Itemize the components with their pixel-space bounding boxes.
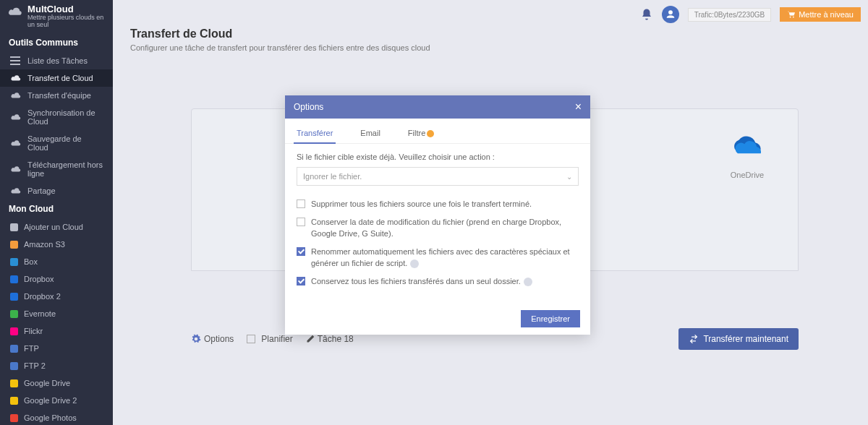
cloud-item[interactable]: Google Photos bbox=[0, 409, 113, 425]
cloud-service-icon bbox=[10, 327, 18, 335]
nav-tasks[interactable]: Liste des Tâches bbox=[0, 52, 113, 69]
cloud-label: Google Drive bbox=[24, 379, 70, 387]
option-single-folder[interactable]: Conservez tous les fichiers transférés d… bbox=[297, 276, 579, 287]
onedrive-icon bbox=[726, 131, 769, 160]
cloud-icon bbox=[10, 139, 22, 147]
cloud-icon bbox=[10, 186, 22, 195]
cloud-label: Flickr bbox=[24, 327, 43, 335]
list-icon bbox=[10, 56, 22, 65]
schedule-link[interactable]: Planifier bbox=[247, 334, 292, 344]
modal-body: Si le fichier cible existe déjà. Veuille… bbox=[285, 144, 590, 303]
cloud-label: Ajouter un Cloud bbox=[24, 223, 83, 231]
cloud-item[interactable]: FTP bbox=[0, 340, 113, 357]
nav-team-transfer[interactable]: Transfert d'équipe bbox=[0, 87, 113, 104]
cloud-label: Box bbox=[24, 257, 38, 266]
cloud-item[interactable]: Dropbox bbox=[0, 270, 113, 288]
option-label: Supprimer tous les fichiers source une f… bbox=[311, 199, 532, 210]
tab-email[interactable]: Email bbox=[357, 123, 383, 143]
option-rename-special[interactable]: Renommer automatiquement les fichiers av… bbox=[297, 246, 579, 269]
task-name-edit[interactable]: Tâche 18 bbox=[306, 334, 354, 344]
cloud-service-icon bbox=[10, 223, 18, 231]
cloud-item[interactable]: Evernote bbox=[0, 305, 113, 322]
option-label: Conserver la date de modification du fic… bbox=[311, 217, 579, 239]
cloud-item[interactable]: Ajouter un Cloud bbox=[0, 218, 113, 236]
bell-icon[interactable] bbox=[640, 8, 653, 21]
checkbox-icon bbox=[297, 199, 305, 208]
cloud-service-icon bbox=[10, 362, 18, 370]
cloud-item[interactable]: Amazon S3 bbox=[0, 236, 113, 253]
nav-cloud-backup[interactable]: Sauvegarde de Cloud bbox=[0, 130, 113, 156]
cloud-icon bbox=[10, 91, 22, 100]
cloud-label: Evernote bbox=[24, 309, 56, 318]
user-icon bbox=[665, 9, 676, 20]
svg-point-3 bbox=[790, 17, 791, 18]
cloud-service-icon bbox=[10, 241, 18, 249]
cloud-item[interactable]: Dropbox 2 bbox=[0, 288, 113, 305]
logo: MultCloud Mettre plusieurs clouds en un … bbox=[0, 0, 113, 33]
checkbox-icon bbox=[297, 247, 305, 256]
brand-name: MultCloud bbox=[27, 4, 106, 14]
option-keep-date[interactable]: Conserver la date de modification du fic… bbox=[297, 217, 579, 239]
avatar[interactable] bbox=[662, 6, 679, 23]
tab-transfer[interactable]: Transférer bbox=[294, 123, 336, 143]
tab-label: Email bbox=[360, 129, 380, 137]
cloud-item[interactable]: Google Drive bbox=[0, 374, 113, 392]
close-icon[interactable]: × bbox=[575, 101, 582, 113]
cloud-item[interactable]: Google Drive 2 bbox=[0, 392, 113, 409]
nav-offline-download[interactable]: Téléchargement hors ligne bbox=[0, 156, 113, 182]
modal-tabs: Transférer Email Filtre bbox=[285, 123, 590, 144]
checkbox-icon bbox=[247, 335, 255, 343]
cloud-label: Google Photos bbox=[24, 413, 77, 422]
gear-icon bbox=[191, 334, 201, 344]
modal-title: Options bbox=[294, 102, 323, 112]
tab-label: Filtre bbox=[408, 129, 425, 137]
destination-box[interactable]: OneDrive bbox=[726, 131, 769, 179]
filter-badge-icon bbox=[427, 130, 434, 137]
section-mycloud-header: Mon Cloud bbox=[0, 199, 113, 218]
svg-rect-1 bbox=[10, 60, 20, 61]
save-button[interactable]: Enregistrer bbox=[521, 310, 580, 327]
page-title: Transfert de Cloud bbox=[130, 27, 430, 40]
svg-rect-0 bbox=[10, 56, 20, 58]
pencil-icon bbox=[306, 335, 315, 343]
action-select[interactable]: Ignorer le fichier. ⌄ bbox=[297, 167, 579, 186]
cloud-item[interactable]: Box bbox=[0, 253, 113, 270]
nav-share[interactable]: Partage bbox=[0, 182, 113, 199]
page-subtitle: Configurer une tâche de transfert pour t… bbox=[130, 43, 430, 52]
cloud-service-icon bbox=[10, 379, 18, 387]
select-value: Ignorer le fichier. bbox=[303, 172, 362, 181]
upgrade-button[interactable]: Mettre à niveau bbox=[780, 7, 861, 22]
brand-tagline: Mettre plusieurs clouds en un seul bbox=[27, 14, 106, 29]
cloud-service-icon bbox=[10, 310, 18, 318]
options-label: Options bbox=[204, 334, 234, 344]
nav-label: Sauvegarde de Cloud bbox=[27, 134, 103, 152]
chevron-down-icon: ⌄ bbox=[566, 173, 572, 181]
transfer-now-button[interactable]: Transférer maintenant bbox=[678, 328, 799, 350]
modal-header: Options × bbox=[285, 95, 590, 119]
nav-label: Synchronisation de Cloud bbox=[27, 108, 103, 126]
option-label: Conservez tous les fichiers transférés d… bbox=[311, 277, 521, 286]
help-icon[interactable] bbox=[410, 259, 419, 268]
cloud-label: Amazon S3 bbox=[24, 240, 65, 249]
nav-label: Transfert d'équipe bbox=[27, 91, 91, 100]
page-header: Transfert de Cloud Configurer une tâche … bbox=[130, 27, 430, 52]
help-icon[interactable] bbox=[524, 278, 532, 286]
cloud-label: Google Drive 2 bbox=[24, 396, 77, 405]
option-delete-source[interactable]: Supprimer tous les fichiers source une f… bbox=[297, 199, 579, 210]
logo-cloud-icon bbox=[7, 4, 23, 19]
cloud-item[interactable]: Flickr bbox=[0, 322, 113, 340]
transfer-label: Transférer maintenant bbox=[703, 334, 788, 344]
cart-icon bbox=[787, 11, 796, 18]
cloud-service-icon bbox=[10, 345, 18, 353]
nav-label: Téléchargement hors ligne bbox=[27, 160, 103, 178]
cloud-service-icon bbox=[10, 258, 18, 266]
schedule-label: Planifier bbox=[261, 334, 292, 344]
cloud-label: FTP 2 bbox=[24, 361, 46, 370]
nav-cloud-sync[interactable]: Synchronisation de Cloud bbox=[0, 104, 113, 130]
options-link[interactable]: Options bbox=[191, 334, 234, 344]
cloud-icon bbox=[10, 113, 22, 121]
tab-filter[interactable]: Filtre bbox=[405, 123, 437, 143]
cloud-item[interactable]: FTP 2 bbox=[0, 357, 113, 374]
nav-cloud-transfer[interactable]: Transfert de Cloud bbox=[0, 69, 113, 87]
cloud-icon bbox=[10, 165, 22, 173]
